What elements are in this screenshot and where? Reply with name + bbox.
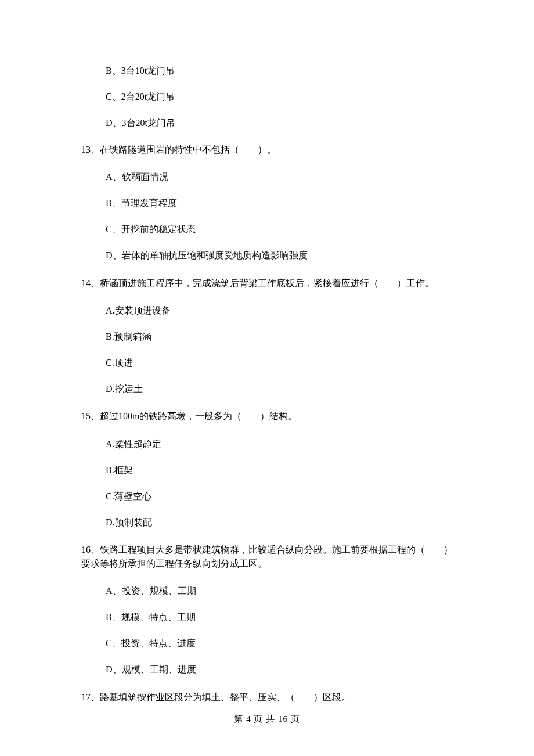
q17-text: 17、路基填筑按作业区段分为填土、整平、压实、（ ）区段。 bbox=[81, 690, 453, 704]
question-16: 16、铁路工程项目大多是带状建筑物群，比较适合纵向分段。施工前要根据工程的（ ）… bbox=[81, 543, 453, 676]
q15-option-a: A.柔性超静定 bbox=[106, 437, 453, 451]
q13-option-a: A、软弱面情况 bbox=[106, 170, 453, 183]
q12-option-d: D、3台20t龙门吊 bbox=[106, 116, 453, 129]
q14-option-d: D.挖运土 bbox=[106, 382, 453, 395]
page-footer: 第 4 页 共 16 页 bbox=[0, 714, 534, 725]
q13-text: 13、在铁路隧道围岩的特性中不包括（ ）。 bbox=[81, 143, 453, 156]
q15-text: 15、超过100m的铁路高墩，一般多为（ ）结构。 bbox=[81, 409, 453, 423]
q15-option-c: C.薄壁空心 bbox=[106, 489, 453, 503]
question-13: 13、在铁路隧道围岩的特性中不包括（ ）。 A、软弱面情况 B、节理发育程度 C… bbox=[81, 143, 453, 262]
q15-option-b: B.框架 bbox=[106, 463, 453, 477]
q14-option-c: C.顶进 bbox=[106, 356, 453, 369]
q12-option-c: C、2台20t龙门吊 bbox=[106, 90, 453, 103]
q13-option-d: D、岩体的单轴抗压饱和强度受地质构造影响强度 bbox=[106, 249, 453, 262]
q16-option-d: D、规模、工期、进度 bbox=[106, 663, 453, 676]
q16-text: 16、铁路工程项目大多是带状建筑物群，比较适合纵向分段。施工前要根据工程的（ ）… bbox=[81, 543, 453, 570]
q16-option-a: A、投资、规模、工期 bbox=[106, 584, 453, 597]
page-content: B、3台10t龙门吊 C、2台20t龙门吊 D、3台20t龙门吊 13、在铁路隧… bbox=[0, 0, 534, 753]
q12-option-b: B、3台10t龙门吊 bbox=[106, 64, 453, 77]
q14-text: 14、桥涵顶进施工程序中，完成浇筑后背梁工作底板后，紧接着应进行（ ）工作。 bbox=[81, 276, 453, 290]
q16-option-c: C、投资、特点、进度 bbox=[106, 636, 453, 650]
q14-option-b: B.预制箱涵 bbox=[106, 330, 453, 343]
question-17: 17、路基填筑按作业区段分为填土、整平、压实、（ ）区段。 bbox=[81, 690, 453, 704]
q13-option-b: B、节理发育程度 bbox=[106, 196, 453, 210]
q15-option-d: D.预制装配 bbox=[106, 516, 453, 529]
q16-option-b: B、规模、特点、工期 bbox=[106, 610, 453, 624]
question-15: 15、超过100m的铁路高墩，一般多为（ ）结构。 A.柔性超静定 B.框架 C… bbox=[81, 409, 453, 529]
question-14: 14、桥涵顶进施工程序中，完成浇筑后背梁工作底板后，紧接着应进行（ ）工作。 A… bbox=[81, 276, 453, 396]
q13-option-c: C、开挖前的稳定状态 bbox=[106, 222, 453, 236]
q14-option-a: A.安装顶进设备 bbox=[106, 304, 453, 317]
